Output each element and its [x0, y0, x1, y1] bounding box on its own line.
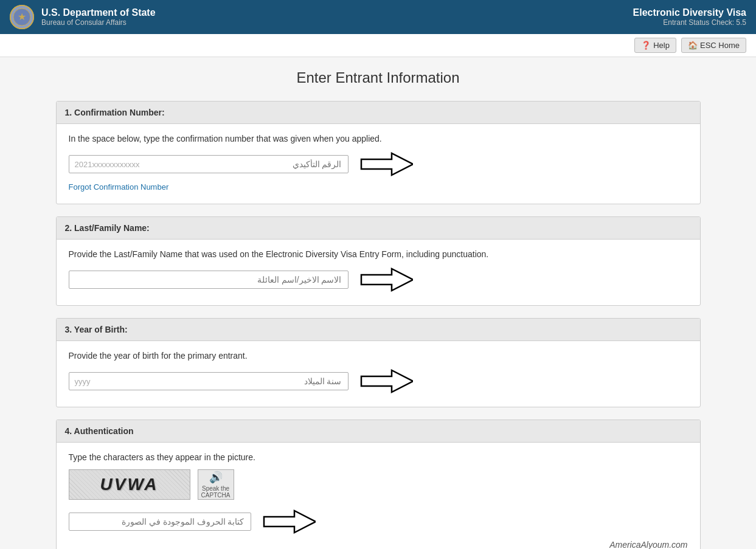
esc-home-label: ESC Home: [700, 41, 740, 50]
header-right: Electronic Diversity Visa Entrant Status…: [633, 7, 746, 27]
speak-captcha-label: Speak the CAPTCHA: [198, 485, 234, 499]
section3-input-row: yyyy: [69, 368, 688, 395]
org-name: U.S. Department of State: [41, 7, 156, 18]
page-title: Enter Entrant Information: [56, 69, 701, 86]
section2-input-row: [69, 266, 688, 293]
section3-body: Provide the year of birth for the primar…: [57, 341, 700, 407]
svg-marker-3: [361, 153, 413, 175]
section4-body: Type the characters as they appear in th…: [57, 443, 700, 549]
confirmation-input-wrapper: 2021xxxxxxxxxxxx: [69, 155, 349, 173]
org-sub: Bureau of Consular Affairs: [41, 18, 156, 27]
section3-desc: Provide the year of birth for the primar…: [69, 351, 688, 361]
section2-body: Provide the Last/Family Name that was us…: [57, 240, 700, 305]
header-left: ★ U.S. Department of State Bureau of Con…: [10, 5, 156, 29]
svg-text:★: ★: [18, 12, 26, 22]
nav-bar: ❓ Help 🏠 ESC Home: [0, 34, 756, 57]
section2-desc: Provide the Last/Family Name that was us…: [69, 249, 688, 259]
section2-header: 2. Last/Family Name:: [57, 217, 700, 240]
last-name-input[interactable]: [69, 271, 349, 289]
section4-desc: Type the characters as they appear in th…: [69, 452, 688, 462]
watermark-text: AmericaAlyoum.com: [69, 540, 688, 549]
section-last-name: 2. Last/Family Name: Provide the Last/Fa…: [56, 216, 701, 306]
section-confirmation-number: 1. Confirmation Number: In the space bel…: [56, 101, 701, 204]
page-header: ★ U.S. Department of State Bureau of Con…: [0, 0, 756, 34]
forgot-confirmation-link[interactable]: Forgot Confirmation Number: [69, 182, 169, 192]
help-icon: ❓: [641, 41, 651, 50]
section1-header: 1. Confirmation Number:: [57, 102, 700, 124]
home-icon: 🏠: [688, 41, 698, 50]
header-title-block: U.S. Department of State Bureau of Consu…: [41, 7, 156, 27]
esc-home-button[interactable]: 🏠 ESC Home: [681, 38, 746, 53]
section4-header: 4. Authentication: [57, 420, 700, 443]
arrow-indicator-1: [358, 151, 413, 178]
app-name: Electronic Diversity Visa: [633, 7, 746, 18]
help-label: Help: [653, 41, 670, 50]
captcha-text: UVWA: [100, 475, 159, 494]
confirmation-number-input[interactable]: [69, 155, 349, 173]
arrow-indicator-4: [261, 508, 303, 535]
svg-marker-4: [361, 269, 413, 291]
section1-body: In the space below, type the confirmatio…: [57, 124, 700, 204]
captcha-container: UVWA 🔊 Speak the CAPTCHA: [69, 469, 688, 500]
year-of-birth-input[interactable]: [69, 372, 349, 390]
svg-marker-5: [361, 370, 413, 392]
section-year-of-birth: 3. Year of Birth: Provide the year of bi…: [56, 318, 701, 407]
section1-desc: In the space below, type the confirmatio…: [69, 134, 688, 143]
svg-marker-6: [264, 511, 316, 533]
speak-captcha-button[interactable]: 🔊 Speak the CAPTCHA: [198, 469, 234, 500]
arrow-indicator-2: [358, 266, 413, 293]
us-seal-icon: ★: [10, 5, 34, 29]
year-input-wrapper: yyyy: [69, 372, 349, 390]
section-authentication: 4. Authentication Type the characters as…: [56, 420, 701, 549]
section3-header: 3. Year of Birth:: [57, 319, 700, 341]
section1-input-row: 2021xxxxxxxxxxxx: [69, 151, 688, 178]
app-sub: Entrant Status Check: 5.5: [633, 18, 746, 27]
arrow-indicator-3: [358, 368, 413, 395]
captcha-image: UVWA: [69, 469, 190, 500]
help-button[interactable]: ❓ Help: [634, 38, 676, 53]
main-content: Enter Entrant Information 1. Confirmatio…: [44, 57, 713, 549]
captcha-input[interactable]: [69, 513, 251, 531]
section4-input-row: [69, 508, 688, 535]
speaker-icon: 🔊: [209, 471, 223, 484]
